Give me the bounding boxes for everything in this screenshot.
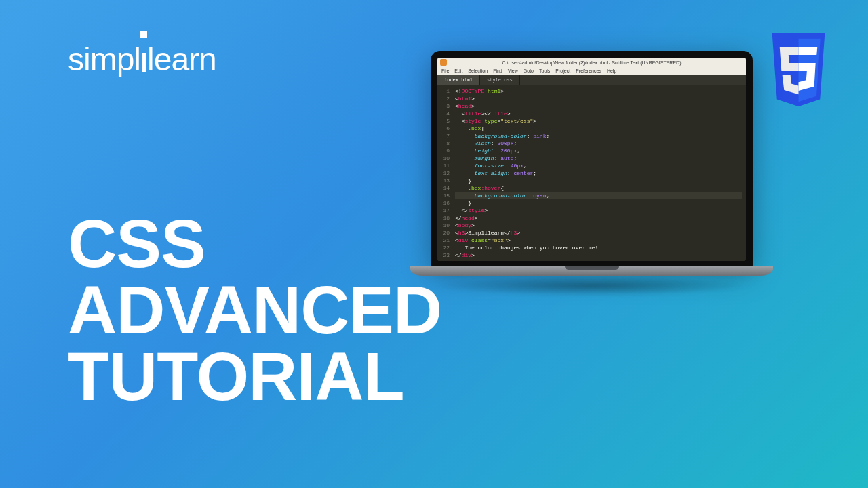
brand-i-glyph [140,41,147,78]
line-number: 7 [437,132,450,140]
line-number: 24 [437,259,450,261]
line-number: 15 [437,192,450,199]
line-number: 13 [437,177,450,184]
code-line: The color changes when you hover over me… [455,244,742,251]
code-line: <h3>Simplilearn</h3> [455,229,742,237]
laptop-base [410,266,773,276]
line-number: 20 [437,229,450,237]
laptop-shadow [437,276,746,296]
line-number: 8 [437,140,450,147]
line-number: 3 [437,102,450,110]
laptop-screen: C:\Users\admin\Desktop\New folder (2)\in… [431,51,753,268]
line-number: 5 [437,117,450,125]
code-line: </style> [455,207,742,214]
brand-text-right: learn [147,41,216,78]
tab-index-html[interactable]: index.html [437,75,480,85]
line-number: 4 [437,110,450,117]
code-line: background-color: pink; [455,132,742,140]
code-line: <div class="box"> [455,237,742,244]
line-number: 17 [437,207,450,214]
code-line: width: 300px; [455,140,742,147]
code-line: <!DOCTYPE html> [455,87,742,95]
headline-line-1: CSS [68,210,441,277]
laptop-mock: C:\Users\admin\Desktop\New folder (2)\in… [410,51,773,302]
line-number: 12 [437,169,450,177]
code-line: text-align: center; [455,169,742,177]
editor-gutter: 1234567891011121314151617181920212223242… [437,85,452,261]
code-line: margin: auto; [455,155,742,162]
line-number: 23 [437,251,450,259]
line-number: 21 [437,237,450,244]
css3-badge-icon [766,33,831,107]
line-number: 10 [437,155,450,162]
line-number: 6 [437,125,450,132]
code-line: </head> [455,214,742,222]
code-line: .box{ [455,125,742,132]
menu-find[interactable]: Find [493,68,502,73]
code-line: } [455,177,742,184]
code-line: height: 200px; [455,147,742,155]
menu-view[interactable]: View [508,68,518,73]
code-line: </body> [455,259,742,261]
code-line: <style type="text/css"> [455,117,742,125]
menu-edit[interactable]: Edit [454,68,462,73]
editor-tabs: index.htmlstyle.css [437,75,746,85]
headline-line-3: TUTORIAL [68,343,441,409]
tab-style-css[interactable]: style.css [480,75,520,85]
code-line: .box:hover{ [455,184,742,192]
code-line: font-size: 40px; [455,162,742,169]
menu-goto[interactable]: Goto [524,68,534,73]
line-number: 9 [437,147,450,155]
brand-text-left: simpl [68,41,140,78]
svg-marker-4 [799,47,818,55]
code-line: <head> [455,102,742,110]
code-line: </div> [455,251,742,259]
code-line: <body> [455,222,742,229]
menu-project[interactable]: Project [555,68,570,73]
line-number: 14 [437,184,450,192]
headline: CSS ADVANCED TUTORIAL [68,210,441,409]
line-number: 1 [437,87,450,95]
menu-file[interactable]: File [441,68,449,73]
editor-titlebar: C:\Users\admin\Desktop\New folder (2)\in… [437,58,746,67]
code-line: background-color: cyan; [455,192,742,199]
editor-title-text: C:\Users\admin\Desktop\New folder (2)\in… [502,60,681,65]
menu-tools[interactable]: Tools [539,68,550,73]
line-number: 19 [437,222,450,229]
menu-help[interactable]: Help [607,68,616,73]
menu-preferences[interactable]: Preferences [576,68,601,73]
line-number: 11 [437,162,450,169]
brand-logo: simpl learn [68,41,216,78]
code-line: <title></title> [455,110,742,117]
line-number: 22 [437,244,450,251]
app-icon [440,59,447,66]
headline-line-2: ADVANCED [68,277,441,343]
menu-selection[interactable]: Selection [468,68,488,73]
editor-body: 1234567891011121314151617181920212223242… [437,85,746,261]
editor-code: <!DOCTYPE html><html><head> <title></tit… [452,85,746,261]
editor-menubar: FileEditSelectionFindViewGotoToolsProjec… [437,67,746,75]
code-line: } [455,199,742,207]
line-number: 16 [437,199,450,207]
line-number: 18 [437,214,450,222]
code-line: <html> [455,95,742,102]
line-number: 2 [437,95,450,102]
code-editor: C:\Users\admin\Desktop\New folder (2)\in… [437,58,746,261]
